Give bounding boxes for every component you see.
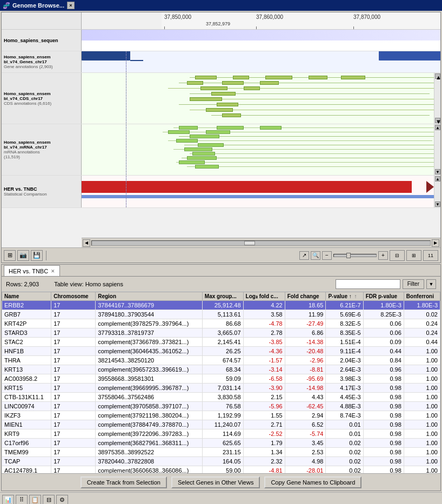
table-cell: ERBB2 — [2, 301, 51, 310]
full-btn[interactable]: ⊞ — [406, 250, 421, 261]
zoom-in-btn[interactable]: + — [378, 251, 388, 260]
grid-btn[interactable]: ⊞ — [4, 250, 16, 261]
table-cell: 164.05 — [202, 457, 243, 466]
filter-button[interactable]: Filter — [403, 279, 424, 289]
table-cell: -3.14 — [243, 365, 285, 374]
fit-btn[interactable]: ⊟ — [390, 250, 405, 261]
table-cell: complement(36606638..366086...) — [96, 466, 203, 474]
page-btn[interactable]: 11 — [423, 250, 438, 261]
table-cell: 8.35E-5 — [326, 328, 363, 338]
table-row[interactable]: IKZF317complement(37921198..380204...)1,… — [2, 411, 440, 420]
table-row[interactable]: STAC217complement(37366789..373821...)2,… — [2, 338, 440, 347]
gene-bar[interactable] — [82, 51, 130, 61]
col-name[interactable]: Name — [2, 292, 51, 301]
table-row[interactable]: GRB71737894180..379035445,113.613.5811.9… — [2, 310, 440, 319]
table-row[interactable]: AC124789.117complement(36606638..366086.… — [2, 466, 440, 474]
scroll-track[interactable] — [91, 240, 431, 246]
table-row[interactable]: KRT1317complement(39657233..396619...)68… — [2, 365, 440, 374]
genes-track-label: Homo_sapiens_ensem bl_v74_Genes_chr17 Ge… — [2, 51, 82, 72]
create-track-btn[interactable]: Create Track from Selection — [81, 476, 167, 488]
col-pvalue[interactable]: P-value ↑ ↑ — [326, 292, 363, 301]
tab-close-btn[interactable]: ✕ — [51, 268, 55, 274]
genes-track-row: Homo_sapiens_ensem bl_v74_Genes_chr17 Ge… — [2, 51, 440, 73]
table-row[interactable]: THRA1738214543..38250120674.57-1.57-2.96… — [2, 356, 440, 365]
table-row[interactable]: STARD31737793318..378197373,665.072.786.… — [2, 328, 440, 338]
copy-genes-btn[interactable]: Copy Gene Names to Clipboard — [264, 476, 361, 488]
table-cell: -4.36 — [243, 347, 285, 356]
cds-track-content[interactable]: ▲ ▼ — [82, 73, 440, 124]
table-row[interactable]: KRT42P17complement(39782579..397964...)8… — [2, 319, 440, 328]
scroll-left-btn[interactable]: ◀ — [83, 239, 90, 247]
table-cell: 0.98 — [363, 466, 404, 474]
table-row[interactable]: TCAP1737820440..37822808164.052.324.980.… — [2, 457, 440, 466]
seq-track-label: Homo_sapiens_sequen — [2, 30, 82, 51]
table-cell: -2.52 — [243, 429, 285, 439]
col-foldchange[interactable]: Fold change — [285, 292, 326, 301]
table-cell: -28.01 — [285, 466, 326, 474]
filter-dropdown-btn[interactable]: ▼ — [426, 279, 436, 289]
settings-icon[interactable]: ⚙ — [56, 495, 68, 505]
scroll-right-btn[interactable]: ▶ — [432, 239, 439, 247]
table-cell: 2,145.41 — [202, 338, 243, 347]
zoom-out-btn[interactable]: − — [322, 251, 332, 260]
table-row[interactable]: CTB-131K11.11737558046..375624863,830.58… — [2, 393, 440, 402]
col-chromosome[interactable]: Chromosome — [51, 292, 96, 301]
table-cell: 2.64E-3 — [326, 365, 363, 374]
select-genes-btn[interactable]: Select Genes in Other Views — [171, 476, 260, 488]
table-cell: -4.78 — [243, 319, 285, 328]
table-cell: MIEN1 — [2, 420, 51, 429]
zoom-slider[interactable] — [333, 254, 377, 257]
genes-track-content[interactable] — [82, 51, 440, 72]
table-cell: 37844167..37886679 — [96, 301, 203, 310]
col-maxgroup[interactable]: Max group... — [202, 292, 243, 301]
table-row[interactable]: HNF1B17complement(36046435..361052...)26… — [2, 347, 440, 356]
h-scrollbar[interactable]: ◀ ▶ — [82, 238, 440, 247]
table-cell: CTB-131K11.1 — [2, 393, 51, 402]
gene-bar[interactable] — [379, 51, 440, 61]
scroll-thumb[interactable] — [244, 241, 255, 245]
table-cell: 2.71 — [243, 420, 285, 429]
table-row[interactable]: C17orf9617complement(36827961..368311...… — [2, 439, 440, 448]
zoom-select-btn[interactable]: 🔍 — [311, 251, 320, 260]
table-row[interactable]: TMEM991738975358..38992522231.151.342.53… — [2, 448, 440, 457]
zoom-slider-thumb[interactable] — [346, 253, 351, 258]
table-row[interactable]: ERBB21737844167..3788667925,912.484.2218… — [2, 301, 440, 310]
table-cell: -5.74 — [285, 429, 326, 439]
table-row[interactable]: AC003958.21739558668..3958130159.09-6.58… — [2, 374, 440, 384]
table-icon[interactable]: 📋 — [29, 495, 41, 505]
stat-track-row: HER vs. TNBC Statistical Comparison ▲ ▼ — [2, 176, 440, 208]
table-cell: 3,665.07 — [202, 328, 243, 338]
filter-icon[interactable]: ⊟ — [43, 495, 55, 505]
col-log2fold[interactable]: Log₂ fold c... — [243, 292, 285, 301]
her-tnbc-tab[interactable]: HER vs. TNBC ✕ — [4, 265, 60, 276]
table-cell: 86.68 — [202, 319, 243, 328]
col-bonferroni[interactable]: Bonferroni — [404, 292, 440, 301]
scatter-icon[interactable]: ⠿ — [16, 495, 28, 505]
snapshot-btn[interactable]: 📷 — [17, 250, 29, 261]
stat-track-content[interactable]: ▲ ▼ — [82, 176, 440, 207]
table-row[interactable]: KRT1517complement(39669995..396787...)7,… — [2, 384, 440, 393]
table-cell: -3.90 — [243, 384, 285, 393]
col-region[interactable]: Region — [96, 292, 203, 301]
browser-toolbar: ⊞ 📷 💾 ↗ 🔍 − + ⊟ ⊞ 11 — [2, 247, 440, 263]
app-icon: 🧬 — [3, 2, 10, 9]
table-cell: 0.09 — [363, 338, 404, 347]
filter-input[interactable] — [336, 279, 400, 289]
stat-track-label: HER vs. TNBC Statistical Comparison — [2, 176, 82, 207]
export-btn[interactable]: 💾 — [31, 250, 43, 261]
bar-chart-icon[interactable]: 📊 — [2, 495, 14, 505]
close-button[interactable]: × — [67, 2, 75, 9]
mrna-track-content[interactable]: ▲ ▼ — [82, 124, 440, 175]
table-row[interactable]: KRT917complement(39722096..397283...)114… — [2, 429, 440, 439]
table-cell: 1.55 — [243, 411, 285, 420]
seq-track-content[interactable] — [82, 30, 440, 41]
table-row[interactable]: LINC0097417complement(39705858..397107..… — [2, 402, 440, 411]
table-cell: complement(36046435..361052...) — [96, 347, 203, 356]
col-fdr[interactable]: FDR p-value — [363, 292, 404, 301]
table-cell: -3.85 — [243, 338, 285, 347]
table-row[interactable]: MIEN117complement(37884749..378870...)11… — [2, 420, 440, 429]
data-table-wrapper[interactable]: Name Chromosome Region Max group... Log₂… — [2, 292, 440, 473]
cursor-tool-btn[interactable]: ↗ — [299, 251, 309, 260]
table-cell: complement(39669995..396787...) — [96, 384, 203, 393]
table-panel: HER vs. TNBC ✕ Rows: 2,903 Table view: H… — [1, 264, 441, 491]
